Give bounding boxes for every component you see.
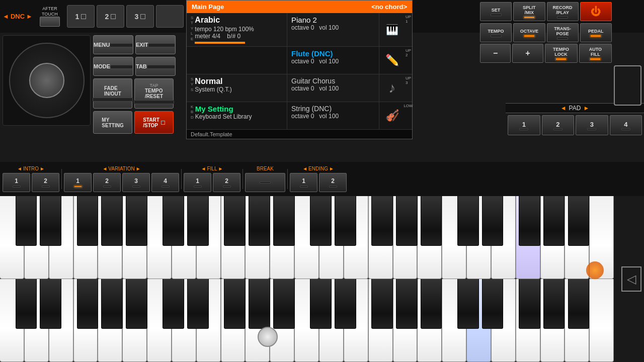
tempo-button[interactable]: TEMPO (480, 23, 512, 42)
channel-btn-2[interactable]: 2 (97, 5, 124, 28)
fade-label: FADEIN/OUT (104, 85, 121, 97)
channel-btn-1[interactable]: 1 (67, 5, 95, 28)
variation-btn-3[interactable]: 3 (122, 173, 150, 192)
lower-bk-16[interactable] (457, 279, 479, 329)
power-icon: ⏻ (591, 6, 601, 18)
pad-btn-3[interactable]: 3 (576, 115, 608, 135)
lower-bk-14[interactable] (396, 279, 418, 329)
ending-btn-1[interactable]: 1 (290, 173, 317, 192)
lower-bk-19[interactable] (543, 279, 565, 329)
lower-bk-12[interactable] (335, 279, 356, 329)
upper-bk-14[interactable] (396, 196, 418, 246)
octave-button[interactable]: OCTAVE (513, 23, 545, 42)
tempo-lock-button[interactable]: TEMPOLOCK (545, 44, 578, 63)
updown-3: UP3 (405, 74, 412, 102)
minus-button[interactable]: − (480, 44, 511, 63)
main-page-header[interactable]: Main Page <no chord> (187, 1, 412, 13)
upper-bk-8[interactable] (224, 196, 246, 246)
tempo-led (134, 100, 174, 104)
lower-bk-6[interactable] (163, 279, 184, 329)
upper-bk-4[interactable] (101, 196, 123, 246)
upper-bk-1[interactable] (16, 196, 37, 246)
lower-bk-5[interactable] (126, 279, 147, 329)
style-row-flute[interactable]: Flute (DNC) octave 0 vol 100 ✏️ UP2 (187, 47, 412, 74)
upper-keyboard[interactable] (0, 196, 614, 279)
lower-bk-15[interactable] (421, 279, 442, 329)
variation-btn-4[interactable]: 4 (151, 173, 179, 192)
power-button[interactable]: ⏻ (580, 2, 612, 21)
channel-1-led (81, 14, 86, 19)
lower-bk-7[interactable] (187, 279, 209, 329)
upper-bk-7[interactable] (187, 196, 209, 246)
upper-bk-3[interactable] (77, 196, 99, 246)
mode-button[interactable]: MODE (93, 57, 133, 76)
upper-bk-16[interactable] (457, 196, 479, 246)
pad-btn-2[interactable]: 2 (542, 115, 575, 135)
pad-btn-4[interactable]: 4 (610, 115, 642, 135)
lower-keyboard[interactable] (0, 279, 614, 362)
lower-bk-10[interactable] (273, 279, 295, 329)
upper-bk-6[interactable] (163, 196, 184, 246)
my-setting-button[interactable]: MYSETTING (93, 111, 132, 134)
lower-bk-17[interactable] (482, 279, 504, 329)
plus-button[interactable]: + (512, 44, 543, 63)
channel-btn-4[interactable] (156, 5, 184, 28)
auto-fill-button[interactable]: AUTOFILL (579, 44, 612, 63)
pedal-button[interactable]: PEDAL (580, 23, 612, 42)
upper-bk-10[interactable] (273, 196, 295, 246)
lower-bk-1[interactable] (16, 279, 37, 329)
upper-bk-9[interactable] (249, 196, 270, 246)
upper-bk-15[interactable] (421, 196, 442, 246)
upper-bk-19[interactable] (543, 196, 565, 246)
lower-bk-11[interactable] (310, 279, 332, 329)
exit-label: EXIT (136, 42, 148, 48)
joystick-area[interactable] (3, 35, 91, 126)
upper-bk-2[interactable] (40, 196, 61, 246)
upper-bk-11[interactable] (310, 196, 332, 246)
intro-btn-2[interactable]: 2 (32, 173, 59, 192)
tempo-reset-button[interactable]: TAP TEMPO/RESET (134, 78, 174, 109)
intro-btn-1[interactable]: 1 (3, 173, 30, 192)
style-row-normal[interactable]: SYS Normal System (Q.T.) Guitar Chorus o… (187, 74, 412, 102)
variation-btn-2[interactable]: 2 (93, 173, 121, 192)
record-play-button[interactable]: RECORD/PLAY (547, 2, 579, 21)
upper-bk-17[interactable] (482, 196, 504, 246)
set-button[interactable]: SET (480, 2, 512, 21)
left-controls: MENU EXIT MODE TAB FADEIN/OUT TAP TEMPO/… (93, 35, 179, 134)
joystick-knob[interactable] (29, 63, 64, 98)
upper-bk-13[interactable] (371, 196, 393, 246)
tab-button[interactable]: TAB (135, 57, 176, 76)
upper-bk-12[interactable] (335, 196, 356, 246)
lower-bk-18[interactable] (519, 279, 540, 329)
lower-bk-13[interactable] (371, 279, 393, 329)
menu-button[interactable]: MENU (93, 35, 133, 54)
pad-btn-1[interactable]: 1 (508, 115, 540, 135)
lower-wk-25[interactable] (589, 279, 614, 362)
record-play-led (557, 16, 568, 19)
back-button[interactable]: ◁ (621, 266, 641, 292)
big-square-button[interactable] (614, 65, 641, 106)
style-row-arabic[interactable]: STYLE Arabic tempo 120 bpm 100% meter 4/… (187, 13, 412, 47)
split-mix-button[interactable]: SPLIT/MIX (513, 2, 545, 21)
lower-bk-3[interactable] (77, 279, 99, 329)
style-row-my-setting[interactable]: KBD My Setting Keyboard Set Library Stri… (187, 102, 412, 130)
lower-bk-8[interactable] (224, 279, 246, 329)
lower-bk-20[interactable] (568, 279, 590, 329)
break-btn-1[interactable] (245, 173, 285, 192)
upper-bk-18[interactable] (519, 196, 540, 246)
transpose-button[interactable]: TRANS-POSE (547, 23, 579, 42)
lower-bk-2[interactable] (40, 279, 61, 329)
lower-bk-9[interactable] (249, 279, 270, 329)
fill-btn-2[interactable]: 2 (213, 173, 240, 192)
exit-button[interactable]: EXIT (135, 35, 176, 54)
lower-bk-4[interactable] (101, 279, 123, 329)
upper-bk-20[interactable] (568, 196, 590, 246)
ending-btn-2[interactable]: 2 (319, 173, 347, 192)
variation-btn-1[interactable]: 1 (64, 173, 92, 192)
upper-bk-5[interactable] (126, 196, 147, 246)
start-stop-button[interactable]: START/STOP (134, 111, 174, 134)
fade-inout-button[interactable]: FADEIN/OUT (93, 78, 132, 109)
after-touch-knob[interactable] (40, 17, 60, 27)
channel-btn-3[interactable]: 3 (126, 5, 154, 28)
fill-btn-1[interactable]: 1 (184, 173, 211, 192)
